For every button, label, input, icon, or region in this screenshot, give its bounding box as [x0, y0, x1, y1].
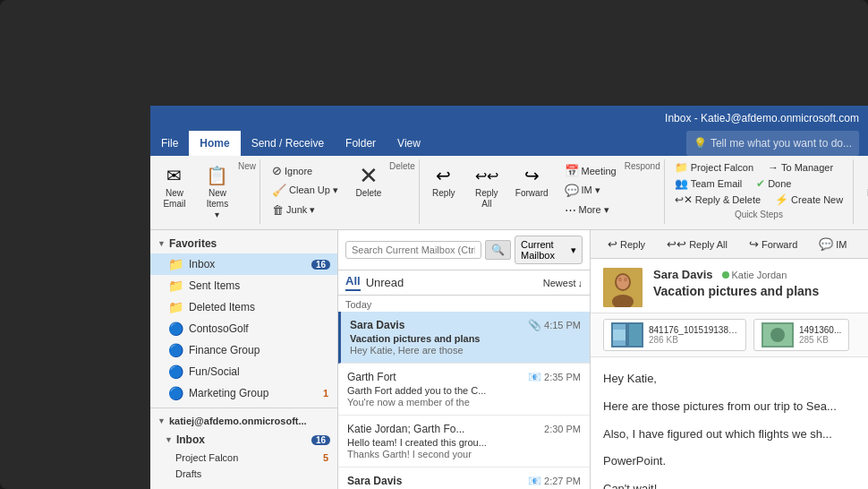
message-list: 🔍 Current Mailbox ▾ All Unread Newest ↓ … [338, 230, 591, 489]
message-item-4[interactable]: Sara Davis 📧 2:27 PM Sara Davis added yo… [338, 468, 590, 489]
message-item-3[interactable]: Katie Jordan; Garth Fo... 2:30 PM Hello … [338, 416, 590, 468]
qs-row2: 👥 Team Email ✔ Done [668, 176, 849, 192]
sidebar-project-falcon[interactable]: Project Falcon 5 [150, 450, 337, 466]
sidebar-deleted-items[interactable]: 📁 Deleted Items [150, 296, 337, 318]
today-label: Today [338, 296, 590, 312]
sidebar-fun-social[interactable]: 🔵 Fun/Social [150, 361, 337, 382]
mailbox-selector[interactable]: Current Mailbox ▾ [515, 236, 583, 264]
reply-icon: ↩ [430, 163, 458, 188]
menu-folder[interactable]: Folder [335, 131, 387, 156]
project-falcon-label: Project Falcon [691, 162, 753, 173]
account-header[interactable]: ▼ katiej@afdemo.onmicrosoft... [150, 412, 337, 430]
done-icon: ✔ [756, 177, 765, 190]
favorites-chevron: ▼ [157, 239, 166, 248]
sidebar-drafts[interactable]: Drafts [150, 466, 337, 482]
menu-home[interactable]: Home [189, 131, 240, 156]
ribbon-respond-small: 📅 Meeting 💬 IM ▾ ⋯ More ▾ [557, 159, 625, 221]
menu-view[interactable]: View [387, 131, 431, 156]
reading-to-label: Katie Jordan [732, 270, 787, 280]
msg-icons-2: 📧 2:35 PM [528, 371, 581, 383]
project-falcon-button[interactable]: 📁 Project Falcon [668, 159, 760, 176]
im-button[interactable]: 💬 IM ▾ [558, 181, 623, 200]
create-new-icon: ⚡ [775, 193, 788, 206]
ribbon-group-move: 📂 Move 📜 Rules 🔷 OneNote Move [854, 159, 868, 224]
inbox-badge: 16 [311, 260, 330, 270]
favorites-label: Favorites [169, 237, 217, 250]
move-button[interactable]: 📂 Move [857, 159, 868, 202]
ignore-label: Ignore [285, 166, 312, 176]
favorites-header[interactable]: ▼ Favorites [150, 234, 337, 253]
attachment-size-2: 285 KB [799, 335, 841, 345]
new-items-button[interactable]: 📋 NewItems ▾ [197, 159, 238, 224]
avatar [603, 268, 642, 307]
read-im-icon: 💬 [819, 237, 833, 251]
message-item-1[interactable]: Sara Davis 📎 4:15 PM Vacation pictures a… [338, 312, 590, 364]
delete-icon: ✕ [354, 163, 383, 188]
msg-sender-2: Garth Fort [347, 371, 396, 383]
filter-sort[interactable]: Newest ↓ [543, 278, 583, 288]
im-label: IM ▾ [582, 184, 600, 196]
reply-all-button[interactable]: ↩↩ ReplyAll [466, 159, 507, 213]
ribbon: ✉ NewEmail 📋 NewItems ▾ New ⊘ Ignore [150, 156, 868, 230]
email-icon-2: 📧 [528, 371, 541, 383]
create-new-button[interactable]: ⚡ Create New [769, 192, 849, 208]
to-manager-button[interactable]: → To Manager [762, 159, 839, 176]
read-reply-button[interactable]: ↩ Reply [600, 234, 653, 254]
app-window: Inbox - KatieJ@afdemo.onmicrosoft.com Fi… [150, 106, 868, 489]
ribbon-group-quick-steps: 📁 Project Falcon → To Manager 👥 Team Ema… [665, 159, 854, 224]
read-reply-all-button[interactable]: ↩↩ Reply All [659, 234, 736, 254]
ignore-button[interactable]: ⊘ Ignore [266, 161, 345, 180]
cleanup-button[interactable]: 🧹 Clean Up ▾ [266, 181, 345, 200]
sidebar-inbox[interactable]: 📁 Inbox 16 [150, 253, 337, 275]
drafts-label: Drafts [175, 468, 201, 479]
marketing-icon: 🔵 [168, 386, 183, 400]
menu-send-receive[interactable]: Send / Receive [241, 131, 335, 156]
team-email-icon: 👥 [675, 177, 688, 190]
team-email-button[interactable]: 👥 Team Email [668, 176, 748, 192]
forward-icon: ↪ [517, 163, 546, 188]
filter-unread[interactable]: Unread [366, 276, 404, 289]
read-forward-button[interactable]: ↪ Forward [741, 234, 805, 254]
meeting-button[interactable]: 📅 Meeting [558, 161, 623, 180]
new-email-button[interactable]: ✉ NewEmail [154, 159, 195, 213]
attachment-1[interactable]: 841176_101519138888... 286 KB [603, 319, 746, 351]
meeting-label: Meeting [582, 166, 617, 176]
reading-from-row: Sara Davis Katie Jordan [653, 268, 855, 281]
attachment-2[interactable]: 1491360... 285 KB [753, 319, 849, 351]
search-button[interactable]: 🔍 [485, 240, 511, 260]
reply-delete-button[interactable]: ↩✕ Reply & Delete [668, 192, 767, 208]
account-inbox-header[interactable]: ▼ Inbox 16 [150, 430, 337, 450]
done-button[interactable]: ✔ Done [750, 176, 797, 192]
menu-file[interactable]: File [150, 131, 189, 156]
junk-button[interactable]: 🗑 Junk ▾ [266, 201, 345, 219]
sent-items-label: Sent Items [189, 279, 240, 292]
forward-button[interactable]: ↪ Forward [509, 159, 555, 202]
sidebar-finance-group[interactable]: 🔵 Finance Group [150, 339, 337, 361]
attachment-size-1: 286 KB [649, 335, 738, 345]
search-input[interactable] [345, 241, 481, 259]
mailbox-label: Current Mailbox [521, 239, 568, 261]
lightbulb-icon: 💡 [694, 137, 707, 150]
move-icon: 📂 [864, 163, 868, 188]
more-icon: ⋯ [565, 203, 576, 217]
project-falcon-icon: 📁 [675, 161, 688, 174]
reply-button[interactable]: ↩ Reply [423, 159, 464, 202]
tell-me-text: Tell me what you want to do... [711, 137, 852, 150]
sidebar-contoso-golf[interactable]: 🔵 ContosoGolf [150, 318, 337, 339]
filter-bar: All Unread Newest ↓ [338, 270, 590, 296]
ribbon-new-label: New [238, 159, 256, 224]
sidebar-marketing-group[interactable]: 🔵 Marketing Group 1 [150, 382, 337, 404]
tell-me-box[interactable]: 💡 Tell me what you want to do... [686, 131, 859, 156]
msg-preview-3: Thanks Garth! I second your [347, 449, 581, 459]
marketing-badge: 1 [321, 388, 330, 399]
msg-row2-2: Garth Fort added you to the C... [347, 385, 581, 396]
read-im-button[interactable]: 💬 IM [811, 234, 855, 254]
attachment-name-1: 841176_101519138888... [649, 325, 738, 335]
delete-button[interactable]: ✕ Delete [348, 159, 389, 202]
more-button[interactable]: ⋯ More ▾ [558, 201, 623, 219]
main-layout: ▼ Favorites 📁 Inbox 16 📁 Sent Items 📁 De… [150, 230, 868, 489]
sidebar-sent-items[interactable]: 📁 Sent Items [150, 275, 337, 296]
message-item-2[interactable]: Garth Fort 📧 2:35 PM Garth Fort added yo… [338, 364, 590, 416]
msg-row2-3: Hello team! I created this grou... [347, 437, 581, 448]
filter-all[interactable]: All [345, 274, 361, 291]
